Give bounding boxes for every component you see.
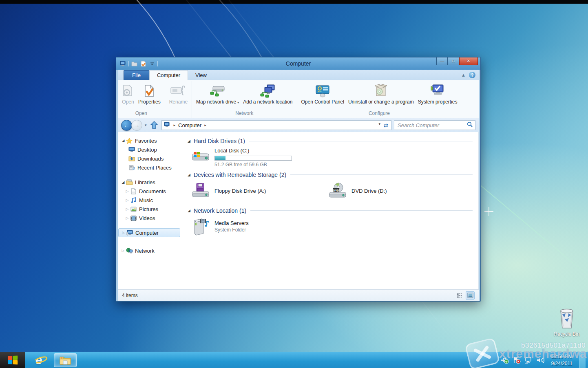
- network-item-media-servers[interactable]: Media Servers System Folder: [190, 217, 473, 236]
- build-watermark: b32615d501a711d0: [521, 342, 586, 350]
- address-bar[interactable]: ▸ Computer ▸ ▾ ⇄: [161, 120, 391, 130]
- downloads-icon: [128, 155, 135, 162]
- rename-icon: [170, 84, 186, 98]
- breadcrumb-chevron-icon[interactable]: ▸: [174, 123, 176, 127]
- favorites-star-icon: [126, 137, 133, 144]
- help-icon[interactable]: ?: [469, 72, 475, 78]
- group-label-network: Network: [195, 110, 294, 118]
- drive-item-dvd-d[interactable]: DVD DVD Drive (D:): [327, 182, 462, 201]
- up-button[interactable]: [149, 120, 159, 130]
- search-input[interactable]: [397, 122, 467, 129]
- taskbar-explorer-active[interactable]: [54, 353, 77, 367]
- sidebar-item-documents[interactable]: ▷ Documents: [118, 187, 183, 196]
- qat-new-folder-icon[interactable]: [130, 60, 138, 67]
- breadcrumb-computer[interactable]: Computer: [178, 122, 201, 128]
- section-collapse-icon[interactable]: ◢: [188, 209, 190, 213]
- ribbon-group-open: Open Properties Open: [118, 81, 165, 118]
- expander-collapsed-icon[interactable]: ▷: [125, 216, 130, 220]
- sidebar-item-downloads[interactable]: Downloads: [118, 154, 183, 163]
- uninstall-program-button[interactable]: Uninstall or change a program: [347, 83, 416, 106]
- computer-icon: [126, 229, 133, 236]
- tab-file[interactable]: File: [124, 70, 149, 80]
- group-label-open: Open: [120, 110, 162, 118]
- show-desktop-button[interactable]: [579, 352, 586, 368]
- status-bar: 4 items: [118, 289, 479, 301]
- ribbon-group-configure: Open Control Panel Uninstall or change a…: [297, 81, 462, 118]
- address-location-icon: [164, 122, 170, 129]
- hard-drive-icon: [190, 148, 211, 167]
- expander-collapsed-icon[interactable]: ▷: [125, 189, 130, 193]
- breadcrumb-chevron-icon[interactable]: ▸: [204, 123, 206, 127]
- search-icon[interactable]: [467, 121, 473, 129]
- qat-dropdown-icon[interactable]: [148, 60, 156, 67]
- refresh-button[interactable]: ⇄: [381, 121, 391, 129]
- recycle-bin-label: Recycle Bin: [551, 331, 582, 337]
- section-removable-storage[interactable]: ◢ Devices with Removable Storage (2): [188, 172, 473, 178]
- system-properties-button[interactable]: System properties: [416, 83, 459, 106]
- recent-pages-dropdown-icon[interactable]: ▾: [145, 123, 147, 127]
- sidebar-item-recent-places[interactable]: Recent Places: [118, 163, 183, 172]
- system-tray: 12:59 PM 9/24/2011: [501, 352, 588, 368]
- sidebar-item-computer[interactable]: ▷ Computer: [118, 228, 180, 237]
- map-network-drive-button[interactable]: Map network drive▾: [195, 83, 241, 106]
- back-button[interactable]: ←: [121, 120, 132, 131]
- volume-icon[interactable]: [536, 356, 544, 364]
- sidebar-item-network[interactable]: ▷ Network: [118, 246, 183, 255]
- expander-collapsed-icon[interactable]: ▷: [125, 207, 130, 211]
- drive-item-local-disk-c[interactable]: Local Disk (C:) 51.2 GB free of 59.6 GB: [190, 148, 473, 167]
- close-button[interactable]: ✕: [459, 57, 478, 65]
- thumbnail-view-button[interactable]: [466, 291, 475, 300]
- open-control-panel-button[interactable]: Open Control Panel: [300, 83, 346, 106]
- network-status-icon[interactable]: [524, 356, 533, 364]
- details-view-button[interactable]: [455, 291, 464, 300]
- minimize-ribbon-icon[interactable]: ▲: [461, 73, 466, 77]
- expander-collapsed-icon[interactable]: ▷: [121, 231, 126, 235]
- drive-item-floppy-a[interactable]: Floppy Disk Drive (A:): [190, 182, 325, 201]
- section-collapse-icon[interactable]: ◢: [188, 173, 190, 177]
- sidebar-item-favorites[interactable]: ◢ Favorites: [118, 136, 183, 145]
- safely-remove-hardware-icon[interactable]: [501, 356, 509, 364]
- titlebar[interactable]: Computer — □ ✕: [118, 57, 479, 70]
- section-collapse-icon[interactable]: ◢: [188, 139, 190, 143]
- address-dropdown-icon[interactable]: ▾: [378, 122, 380, 126]
- documents-icon: [130, 188, 137, 194]
- add-network-location-button[interactable]: Add a network location: [241, 83, 294, 106]
- maximize-button[interactable]: □: [448, 57, 459, 65]
- windows-logo-icon: [8, 355, 18, 365]
- sidebar-item-pictures[interactable]: ▷ Pictures: [118, 205, 183, 214]
- explorer-folder-icon: [59, 355, 71, 365]
- tab-computer[interactable]: Computer: [149, 70, 188, 80]
- tab-view[interactable]: View: [188, 71, 214, 80]
- recycle-bin[interactable]: Recycle Bin: [551, 308, 582, 337]
- sidebar-item-desktop[interactable]: Desktop: [118, 145, 183, 154]
- properties-button[interactable]: Properties: [137, 83, 162, 106]
- group-label-configure: Configure: [300, 110, 459, 118]
- expander-expanded-icon[interactable]: ◢: [121, 139, 126, 143]
- expander-collapsed-icon[interactable]: ▷: [121, 249, 126, 253]
- sidebar-item-videos[interactable]: ▷ Videos: [118, 214, 183, 223]
- libraries-icon: [126, 179, 133, 185]
- map-drive-dropdown-icon: ▾: [237, 101, 239, 104]
- section-hard-disk-drives[interactable]: ◢ Hard Disk Drives (1): [188, 138, 473, 144]
- taskbar-clock[interactable]: 12:59 PM 9/24/2011: [548, 353, 576, 366]
- desktop-icon: [128, 146, 135, 153]
- search-box[interactable]: [394, 120, 475, 130]
- taskbar-internet-explorer[interactable]: e: [29, 352, 48, 368]
- forward-button[interactable]: →: [131, 120, 142, 131]
- window-title: Computer: [118, 60, 479, 67]
- minimize-button[interactable]: —: [436, 57, 448, 65]
- start-button[interactable]: [0, 352, 25, 368]
- expander-collapsed-icon[interactable]: ▷: [125, 198, 130, 202]
- expander-expanded-icon[interactable]: ◢: [121, 180, 126, 184]
- rename-button[interactable]: Rename: [168, 83, 189, 106]
- sidebar-item-music[interactable]: ▷ Music: [118, 196, 183, 205]
- open-icon: [122, 84, 134, 98]
- section-network-location[interactable]: ◢ Network Location (1): [188, 207, 473, 214]
- qat-properties-icon[interactable]: [139, 60, 147, 67]
- properties-icon: [143, 84, 155, 98]
- open-button[interactable]: Open: [120, 83, 136, 106]
- sidebar-item-libraries[interactable]: ◢ Libraries: [118, 178, 183, 187]
- dvd-drive-icon: DVD: [327, 182, 348, 201]
- system-menu-icon[interactable]: [119, 60, 127, 67]
- action-center-flag-icon[interactable]: [513, 356, 521, 364]
